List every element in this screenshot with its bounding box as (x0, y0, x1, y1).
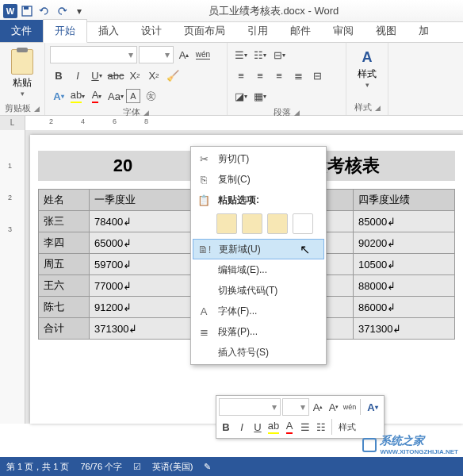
ruler-row: L 2468 (0, 116, 463, 130)
font-icon: A (196, 305, 212, 317)
text-effects-button[interactable]: A ▾ (50, 87, 67, 105)
paste-text-icon[interactable] (293, 213, 313, 234)
status-page[interactable]: 第 1 页，共 1 页 (6, 461, 69, 473)
tab-references[interactable]: 引用 (236, 20, 279, 42)
group-styles: A 样式 ▾ 样式◢ (346, 43, 388, 115)
styles-button[interactable]: A 样式 ▾ (351, 46, 383, 92)
mini-italic[interactable]: I (235, 418, 249, 436)
align-center-button[interactable]: ≡ (251, 67, 269, 84)
group-clipboard: 粘贴 ▾ 剪贴板◢ (0, 43, 45, 115)
menu-font[interactable]: A字体(F)... (193, 301, 324, 321)
vertical-ruler[interactable]: 123 (0, 130, 25, 424)
tab-selector[interactable]: L (0, 116, 25, 130)
font-size-combo[interactable]: ▾ (139, 46, 174, 63)
italic-button[interactable]: I (69, 67, 86, 84)
status-words[interactable]: 76/76 个字 (80, 461, 122, 473)
bold-button[interactable]: B (50, 67, 67, 84)
shading-button[interactable]: ◪▾ (232, 87, 250, 105)
numbering-button[interactable]: ☷▾ (251, 46, 269, 63)
menu-edit-field[interactable]: 编辑域(E)... (193, 259, 324, 280)
mini-highlight[interactable]: ab (266, 418, 281, 436)
table-header[interactable]: 四季度业绩 (354, 190, 455, 211)
tab-addins[interactable]: 加 (408, 20, 440, 42)
paste-options-row (193, 210, 324, 239)
multilevel-list-button[interactable]: ⊟▾ (270, 46, 288, 63)
tab-design[interactable]: 设计 (130, 20, 173, 42)
paste-button[interactable]: 粘贴 ▾ (5, 46, 40, 101)
mini-numbering[interactable]: ☷ (314, 418, 328, 436)
align-left-button[interactable]: ≡ (232, 67, 250, 84)
paste-label: 粘贴 (13, 76, 32, 90)
mini-font-color[interactable]: A (282, 418, 297, 436)
mini-font-name[interactable]: ▾ (219, 398, 281, 416)
horizontal-ruler[interactable]: 2468 (25, 116, 463, 130)
table-header[interactable]: 姓名 (39, 190, 90, 211)
menu-insert-symbol[interactable]: 插入符号(S) (193, 342, 324, 363)
change-case-button[interactable]: Aa▾ (107, 87, 124, 105)
paste-merge-icon[interactable] (242, 213, 262, 234)
mini-styles[interactable]: A▾ (364, 398, 381, 416)
menu-paragraph[interactable]: ≣段落(P)... (193, 321, 324, 342)
mini-font-size[interactable]: ▾ (282, 398, 309, 416)
mini-shrink-font[interactable]: A▾ (327, 398, 341, 416)
paste-picture-icon[interactable] (267, 213, 288, 234)
quick-access-toolbar: W ▾ (3, 3, 87, 19)
mini-bold[interactable]: B (219, 418, 233, 436)
char-border-button[interactable]: A (126, 89, 140, 103)
save-icon[interactable] (19, 3, 35, 19)
styles-launcher-icon[interactable]: ◢ (375, 104, 381, 112)
strikethrough-button[interactable]: abc (107, 67, 124, 84)
group-font: ▾ ▾ A▴ wén B I U ▾ abc X2 X2 🧹 A ▾ ab▾ A… (45, 43, 228, 115)
mini-grow-font[interactable]: A▴ (311, 398, 325, 416)
mini-styles-label[interactable]: 样式 (335, 418, 359, 436)
mini-toolbar: ▾ ▾ A▴ A▾ wén A▾ B I U ab A ☰ ☷ 样式 (216, 395, 385, 439)
clipboard-launcher-icon[interactable]: ◢ (34, 105, 40, 113)
word-app-icon[interactable]: W (3, 4, 17, 18)
mini-bullets[interactable]: ☰ (298, 418, 312, 436)
bullets-button[interactable]: ☰▾ (232, 46, 250, 63)
menu-cut[interactable]: ✂剪切(T) (193, 148, 324, 169)
align-justify-button[interactable]: ≣ (289, 67, 307, 84)
group-paragraph: ☰▾ ☷▾ ⊟▾ ≡ ≡ ≡ ≣ ⊟ ◪▾ ▦▾ 段落◢ (228, 43, 346, 115)
clipboard-icon (11, 49, 33, 75)
superscript-button[interactable]: X2 (145, 67, 163, 84)
qat-dropdown-icon[interactable]: ▾ (71, 3, 87, 19)
highlight-button[interactable]: ab▾ (69, 87, 86, 105)
align-right-button[interactable]: ≡ (270, 67, 288, 84)
clipboard-group-label: 剪贴板 (5, 102, 31, 114)
cursor-icon: ↖ (300, 242, 310, 257)
font-name-combo[interactable]: ▾ (50, 46, 137, 63)
tab-mailings[interactable]: 邮件 (279, 20, 322, 42)
paste-icon: 📋 (196, 194, 212, 206)
statusbar: 第 1 页，共 1 页 76/76 个字 ☑ 英语(美国) ✎ (0, 457, 463, 476)
tab-insert[interactable]: 插入 (87, 20, 130, 42)
tab-file[interactable]: 文件 (0, 20, 43, 42)
redo-icon[interactable] (54, 3, 70, 19)
underline-button[interactable]: U ▾ (88, 67, 105, 84)
update-field-icon: 🗎! (197, 244, 212, 255)
enclose-char-button[interactable]: ㊛ (142, 87, 159, 105)
copy-icon: ⎘ (196, 174, 212, 186)
tab-view[interactable]: 视图 (365, 20, 408, 42)
subscript-button[interactable]: X2 (126, 67, 143, 84)
menu-toggle-field-codes[interactable]: 切换域代码(T) (193, 280, 324, 301)
tab-review[interactable]: 审阅 (322, 20, 365, 42)
grow-font-icon[interactable]: A▴ (175, 46, 193, 63)
tab-layout[interactable]: 页面布局 (173, 20, 236, 42)
clear-format-icon[interactable]: 🧹 (164, 67, 182, 84)
status-proofing-icon[interactable]: ☑ (133, 462, 141, 472)
ribbon: 粘贴 ▾ 剪贴板◢ ▾ ▾ A▴ wén B I U ▾ abc X2 X2 🧹 (0, 43, 463, 116)
status-track-icon[interactable]: ✎ (204, 462, 211, 472)
paste-keep-source-icon[interactable] (216, 213, 237, 234)
font-color-button[interactable]: A▾ (88, 87, 105, 105)
status-language[interactable]: 英语(美国) (152, 461, 193, 473)
phonetic-guide-icon[interactable]: wén (194, 46, 212, 63)
undo-icon[interactable] (36, 3, 52, 19)
paste-dropdown-icon[interactable]: ▾ (21, 90, 25, 98)
mini-phonetic[interactable]: wén (342, 398, 357, 416)
borders-button[interactable]: ▦▾ (251, 87, 269, 105)
tab-home[interactable]: 开始 (43, 19, 87, 43)
menu-copy[interactable]: ⎘复制(C) (193, 169, 324, 190)
mini-underline[interactable]: U (251, 418, 265, 436)
align-distribute-button[interactable]: ⊟ (308, 67, 326, 84)
